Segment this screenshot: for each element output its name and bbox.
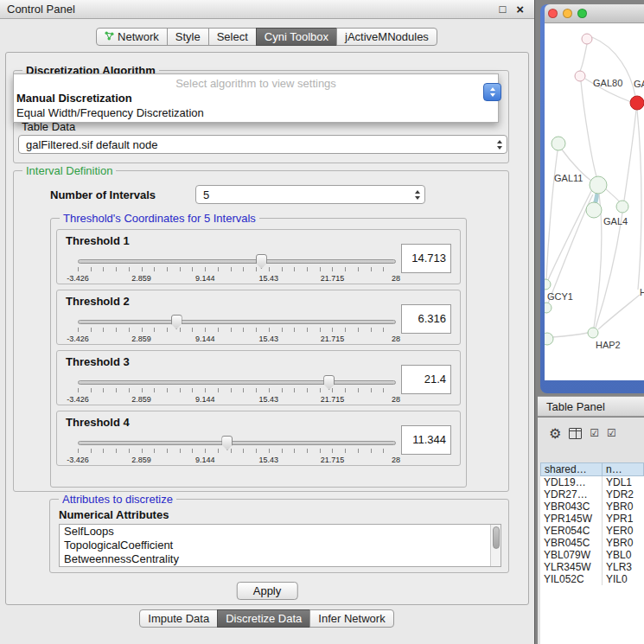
tab-label: Network bbox=[118, 30, 159, 43]
select-none-checkbox-icon[interactable]: ☑ bbox=[607, 427, 616, 439]
tab-jactivemnodules[interactable]: jActiveMNodules bbox=[336, 28, 437, 46]
threshold-label: Threshold 4 bbox=[66, 416, 130, 429]
scale-tick-label: -3.426 bbox=[67, 274, 89, 283]
network-graph: GAL80GALGAL11GAL4GCY1HHAP2 bbox=[545, 23, 644, 380]
bottom-tab-impute-data[interactable]: Impute Data bbox=[139, 609, 218, 628]
network-node-label: HAP2 bbox=[596, 340, 621, 350]
table-row[interactable]: YDR27…YDR2 bbox=[540, 488, 644, 501]
table-panel-title: Table Panel bbox=[546, 400, 605, 413]
mac-minimize-button[interactable] bbox=[563, 9, 572, 18]
algorithm-option[interactable]: Manual Discretization bbox=[14, 91, 498, 105]
network-node[interactable] bbox=[586, 202, 602, 218]
network-edge bbox=[637, 110, 641, 290]
network-node[interactable] bbox=[588, 328, 598, 338]
mac-zoom-button[interactable] bbox=[577, 9, 587, 18]
threshold-label: Threshold 2 bbox=[66, 295, 130, 308]
columns-icon[interactable] bbox=[569, 428, 582, 439]
network-node[interactable] bbox=[616, 201, 628, 213]
bottom-tab-discretize-data[interactable]: Discretize Data bbox=[217, 609, 310, 628]
tab-select[interactable]: Select bbox=[208, 28, 257, 46]
column-header-name[interactable]: n… bbox=[603, 462, 644, 476]
threshold-value-field[interactable]: 6.316 bbox=[401, 304, 451, 334]
scale-tick-label: 2.859 bbox=[131, 335, 151, 343]
scale-tick-label: -3.426 bbox=[67, 395, 89, 404]
settings-gear-icon[interactable]: ⚙ bbox=[549, 425, 561, 442]
network-canvas[interactable]: GAL80GALGAL11GAL4GCY1HHAP2 bbox=[545, 23, 644, 380]
table-row[interactable]: YBL079WYBL0 bbox=[540, 549, 644, 561]
network-edge bbox=[580, 44, 587, 71]
scale-tick-label: 28 bbox=[392, 456, 400, 464]
algorithm-select-stepper-icon[interactable] bbox=[483, 83, 501, 101]
threshold-value-field[interactable]: 11.344 bbox=[401, 425, 451, 455]
column-header-shared-name[interactable]: shared… bbox=[540, 462, 603, 476]
table-row[interactable]: YBR045CYBR0 bbox=[540, 537, 644, 549]
mac-close-button[interactable] bbox=[548, 9, 558, 18]
threshold-slider[interactable]: -3.4262.8599.14415.4321.71528 bbox=[78, 315, 396, 346]
apply-button[interactable]: Apply bbox=[237, 582, 298, 600]
tab-network[interactable]: Network bbox=[96, 28, 168, 46]
slider-track bbox=[78, 259, 396, 264]
table-row[interactable]: YDL19…YDL1 bbox=[540, 476, 644, 488]
network-node[interactable] bbox=[575, 71, 585, 81]
network-node[interactable] bbox=[590, 176, 607, 194]
bottom-tab-bar: Impute DataDiscretize DataInfer Network bbox=[0, 609, 534, 628]
table-row[interactable]: YIL052CYIL0 bbox=[540, 573, 644, 585]
threshold-slider[interactable]: -3.4262.8599.14415.4321.71528 bbox=[78, 375, 396, 406]
window-title: Control Panel bbox=[0, 3, 499, 16]
network-node[interactable] bbox=[582, 34, 592, 44]
tab-style[interactable]: Style bbox=[167, 28, 209, 46]
table-cell: YLR3 bbox=[603, 561, 644, 573]
network-node[interactable] bbox=[630, 96, 644, 110]
tab-cyni-toolbox[interactable]: Cyni Toolbox bbox=[256, 28, 337, 46]
table-cell: YPR145W bbox=[540, 513, 603, 525]
threshold-slider[interactable]: -3.4262.8599.14415.4321.71528 bbox=[78, 436, 396, 467]
network-node[interactable] bbox=[545, 303, 552, 313]
algorithm-option[interactable]: Equal Width/Frequency Discretization bbox=[14, 105, 498, 120]
table-toolbar: ⚙ ☑ ☑ bbox=[538, 421, 616, 445]
table-cell: YBR043C bbox=[540, 501, 603, 513]
attribute-list-item[interactable]: BetweennessCentrality bbox=[60, 552, 501, 566]
threshold-value-field[interactable]: 21.4 bbox=[401, 365, 451, 394]
table-row[interactable]: YPR145WYPR1 bbox=[540, 513, 644, 525]
scale-tick-label: 21.715 bbox=[321, 335, 345, 343]
stepper-icon bbox=[415, 188, 420, 201]
network-edge bbox=[552, 333, 588, 337]
tab-label: Infer Network bbox=[318, 612, 385, 625]
number-of-intervals-value: 5 bbox=[203, 188, 209, 201]
algorithm-placeholder-option[interactable]: Select algorithm to view settings bbox=[14, 76, 498, 91]
network-node[interactable] bbox=[545, 333, 553, 345]
table-cell: YIL052C bbox=[540, 573, 603, 585]
close-icon[interactable]: × bbox=[516, 2, 524, 16]
restore-icon[interactable]: □ bbox=[499, 3, 506, 16]
table-cell: YBR045C bbox=[540, 537, 603, 549]
list-scrollbar[interactable] bbox=[490, 525, 501, 566]
threshold-panel: Threshold 3-3.4262.8599.14415.4321.71528… bbox=[56, 350, 461, 405]
table-data-select[interactable]: galFiltered.sif default node bbox=[18, 135, 507, 154]
network-edge bbox=[596, 213, 622, 328]
attribute-list-item[interactable]: SelfLoops bbox=[60, 525, 501, 539]
table-cell: YIL0 bbox=[603, 573, 644, 585]
tab-label: Discretize Data bbox=[226, 612, 302, 625]
threshold-value-field[interactable]: 14.713 bbox=[401, 244, 451, 273]
select-all-checkbox-icon[interactable]: ☑ bbox=[590, 427, 599, 439]
network-node[interactable] bbox=[552, 137, 565, 150]
table-row[interactable]: YER054CYER0 bbox=[540, 525, 644, 537]
table-cell: YDR27… bbox=[540, 488, 603, 501]
scale-tick-label: 21.715 bbox=[321, 395, 345, 404]
scale-tick-label: 28 bbox=[392, 335, 400, 343]
number-of-intervals-select[interactable]: 5 bbox=[195, 185, 425, 204]
bottom-tab-infer-network[interactable]: Infer Network bbox=[309, 609, 393, 628]
network-node-label: H bbox=[640, 287, 644, 297]
number-of-intervals-label: Number of Intervals bbox=[50, 188, 156, 201]
list-scrollbar-thumb[interactable] bbox=[493, 526, 500, 549]
tab-label: jActiveMNodules bbox=[345, 30, 429, 43]
tab-label: Select bbox=[217, 30, 248, 43]
table-row[interactable]: YBR043CYBR0 bbox=[540, 501, 644, 513]
network-node-label: GAL4 bbox=[603, 216, 628, 226]
table-cell: YPR1 bbox=[603, 513, 644, 525]
attribute-list-item[interactable]: TopologicalCoefficient bbox=[60, 539, 501, 552]
interval-definition-group: Interval Definition Number of Intervals … bbox=[13, 170, 509, 492]
table-row[interactable]: YLR345WYLR3 bbox=[540, 561, 644, 573]
threshold-slider[interactable]: -3.4262.8599.14415.4321.71528 bbox=[78, 254, 396, 285]
network-node[interactable] bbox=[545, 279, 551, 290]
